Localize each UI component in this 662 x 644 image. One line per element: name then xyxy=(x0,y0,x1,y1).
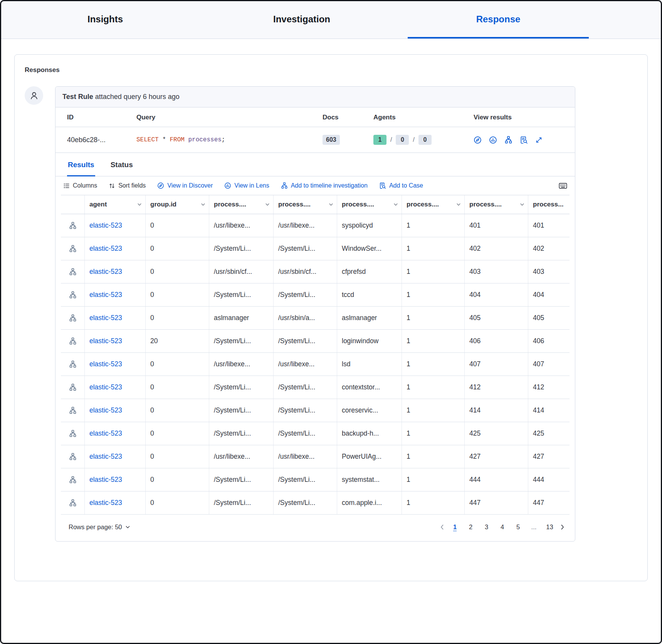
table-row: elastic-523 0 /usr/libexe... /usr/libexe… xyxy=(61,214,570,237)
page-number-button[interactable]: 5 xyxy=(512,520,524,533)
chevron-down-icon[interactable] xyxy=(137,202,142,207)
view-in-discover-button[interactable]: View in Discover xyxy=(157,182,213,189)
timeline-icon[interactable] xyxy=(69,499,77,507)
sort-icon xyxy=(109,183,115,189)
cell-agent[interactable]: elastic-523 xyxy=(85,376,146,399)
header-cell-process-1[interactable]: process.... xyxy=(209,195,274,214)
page-number-button[interactable]: 4 xyxy=(496,520,509,533)
row-action-cell xyxy=(61,445,85,468)
columns-button[interactable]: Columns xyxy=(63,182,97,189)
header-cell-agent[interactable]: agent xyxy=(85,195,146,214)
chevron-down-icon[interactable] xyxy=(328,202,334,207)
columns-label: Columns xyxy=(73,182,97,189)
chevron-down-icon[interactable] xyxy=(200,202,206,207)
tab-insights[interactable]: Insights xyxy=(15,0,196,39)
header-cell-process-6[interactable]: process... xyxy=(528,195,570,214)
cell-process-5: 406 xyxy=(465,330,528,352)
add-to-case-button[interactable]: Add to Case xyxy=(379,182,423,189)
timeline-icon[interactable] xyxy=(69,384,77,391)
cell-process-2: /usr/libexe... xyxy=(274,445,337,468)
chevron-down-icon[interactable] xyxy=(456,202,461,207)
view-in-lens-button[interactable]: View in Lens xyxy=(224,182,269,189)
tab-status[interactable]: Status xyxy=(110,153,134,176)
cell-process-3: PowerUIAg... xyxy=(337,445,402,468)
header-cell-process-4[interactable]: process.... xyxy=(402,195,465,214)
cell-process-3: com.apple.i... xyxy=(337,491,402,514)
expand-icon[interactable] xyxy=(535,136,543,144)
chevron-down-icon[interactable] xyxy=(265,202,270,207)
add-to-timeline-button[interactable]: Add to timeline investigation xyxy=(281,182,368,189)
header-cell-process-2[interactable]: process.... xyxy=(274,195,337,214)
timeline-icon[interactable] xyxy=(69,407,77,414)
timeline-icon xyxy=(281,182,288,189)
timeline-icon[interactable] xyxy=(69,476,77,484)
cell-process-6: 427 xyxy=(528,445,570,468)
tab-response[interactable]: Response xyxy=(408,0,589,39)
timeline-icon[interactable] xyxy=(504,136,512,144)
cell-agent[interactable]: elastic-523 xyxy=(85,214,146,237)
keyboard-shortcuts-icon[interactable] xyxy=(559,181,567,190)
cell-agent[interactable]: elastic-523 xyxy=(85,445,146,468)
page-number-button[interactable]: 1 xyxy=(449,520,461,533)
cell-process-4: 1 xyxy=(402,330,465,352)
sort-fields-button[interactable]: Sort fields xyxy=(109,182,146,189)
cell-process-4: 1 xyxy=(402,468,465,491)
cell-group-id: 0 xyxy=(146,283,209,306)
cell-agent[interactable]: elastic-523 xyxy=(85,353,146,376)
lens-icon[interactable] xyxy=(489,136,497,144)
cell-process-1: /System/Li... xyxy=(209,237,274,260)
cell-process-3: loginwindow xyxy=(337,330,402,352)
cell-process-1: /usr/libexe... xyxy=(209,353,274,376)
cell-agent[interactable]: elastic-523 xyxy=(85,422,146,445)
comment-thread: Test Rule attached query 6 hours ago ID … xyxy=(25,86,637,542)
cell-process-2: /System/Li... xyxy=(274,399,337,422)
add-to-case-label: Add to Case xyxy=(389,182,423,189)
timeline-icon[interactable] xyxy=(69,337,77,345)
header-cell-process-5[interactable]: process.... xyxy=(465,195,528,214)
row-action-cell xyxy=(61,237,85,260)
timeline-icon[interactable] xyxy=(69,453,77,461)
cell-process-5: 407 xyxy=(465,353,528,376)
cell-agent[interactable]: elastic-523 xyxy=(85,307,146,329)
cell-agent[interactable]: elastic-523 xyxy=(85,260,146,283)
next-page-icon[interactable] xyxy=(559,524,566,530)
cell-agent[interactable]: elastic-523 xyxy=(85,283,146,306)
cell-agent[interactable]: elastic-523 xyxy=(85,237,146,260)
previous-page-icon[interactable] xyxy=(439,524,445,530)
pagination: 1 2 3 4 5 ... 13 xyxy=(439,520,566,533)
timeline-icon[interactable] xyxy=(69,314,77,322)
cell-agent[interactable]: elastic-523 xyxy=(85,468,146,491)
page-number-button[interactable]: 3 xyxy=(480,520,493,533)
page-number-button[interactable]: 13 xyxy=(543,520,556,533)
timeline-icon[interactable] xyxy=(69,245,77,253)
responses-title: Responses xyxy=(25,66,637,74)
discover-icon[interactable] xyxy=(474,136,482,144)
table-row: elastic-523 0 /usr/libexe... /usr/libexe… xyxy=(61,445,570,468)
chevron-down-icon[interactable] xyxy=(519,202,525,207)
cell-agent[interactable]: elastic-523 xyxy=(85,399,146,422)
header-cell-group-id[interactable]: group.id xyxy=(146,195,209,214)
header-cell-process-3[interactable]: process.... xyxy=(337,195,402,214)
comment-event-text: attached query 6 hours ago xyxy=(93,93,180,101)
agents-responded-badge: 1 xyxy=(373,135,386,145)
cell-process-5: 404 xyxy=(465,283,528,306)
timeline-icon[interactable] xyxy=(69,268,77,276)
timeline-icon[interactable] xyxy=(69,361,77,368)
cell-agent[interactable]: elastic-523 xyxy=(85,330,146,352)
case-icon[interactable] xyxy=(520,136,528,144)
row-action-cell xyxy=(61,399,85,422)
tab-investigation[interactable]: Investigation xyxy=(211,0,392,39)
rows-per-page-button[interactable]: Rows per page: 50 xyxy=(66,523,133,531)
chevron-down-icon[interactable] xyxy=(393,202,398,207)
timeline-icon[interactable] xyxy=(69,222,77,230)
page-number-button[interactable]: 2 xyxy=(464,520,477,533)
cell-agent[interactable]: elastic-523 xyxy=(85,491,146,514)
tab-results[interactable]: Results xyxy=(67,153,95,176)
results-grid: agent group.id process.... process.... p… xyxy=(61,195,570,515)
cell-process-6: 404 xyxy=(528,283,570,306)
timeline-icon[interactable] xyxy=(69,291,77,299)
timeline-icon[interactable] xyxy=(69,430,77,438)
pagination-pages: 1 2 3 4 5 ... 13 xyxy=(449,520,556,533)
cell-process-5: 401 xyxy=(465,214,528,237)
cell-process-5: 444 xyxy=(465,468,528,491)
